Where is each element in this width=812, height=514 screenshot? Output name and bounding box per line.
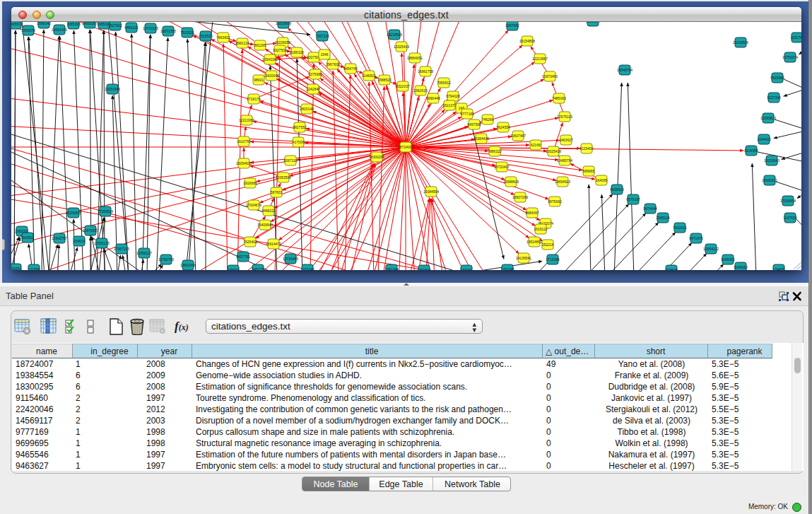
svg-text:1373346: 1373346 xyxy=(300,267,314,270)
svg-text:18864091: 18864091 xyxy=(407,56,423,60)
svg-text:19054935: 19054935 xyxy=(236,161,252,165)
svg-text:1292344: 1292344 xyxy=(417,268,431,270)
svg-text:19654923: 19654923 xyxy=(555,180,570,184)
svg-text:7515526: 7515526 xyxy=(199,34,213,38)
svg-text:20053346: 20053346 xyxy=(105,87,120,91)
svg-text:12505135: 12505135 xyxy=(94,241,110,245)
svg-text:417006: 417006 xyxy=(293,140,305,144)
svg-text:1405578: 1405578 xyxy=(21,28,35,33)
svg-text:7886322: 7886322 xyxy=(488,149,502,153)
svg-text:17004676: 17004676 xyxy=(246,203,261,207)
svg-text:9827552: 9827552 xyxy=(293,125,307,129)
svg-text:15409948: 15409948 xyxy=(257,223,273,227)
svg-text:10653267: 10653267 xyxy=(82,22,98,25)
svg-text:12213967: 12213967 xyxy=(532,57,548,61)
svg-text:8186328: 8186328 xyxy=(290,50,304,54)
svg-text:8454749: 8454749 xyxy=(343,66,358,71)
svg-text:13823448: 13823448 xyxy=(180,263,196,267)
svg-text:9227343: 9227343 xyxy=(767,95,781,100)
svg-text:1382344: 1382344 xyxy=(384,267,399,270)
svg-text:10688609: 10688609 xyxy=(503,180,519,184)
svg-text:7515526: 7515526 xyxy=(180,30,194,35)
svg-text:1167534: 1167534 xyxy=(783,216,796,220)
svg-text:137164: 137164 xyxy=(461,268,473,270)
svg-text:98901: 98901 xyxy=(254,78,264,82)
svg-text:1610755: 1610755 xyxy=(237,139,251,144)
svg-text:7632621: 7632621 xyxy=(673,226,687,230)
svg-text:891295: 891295 xyxy=(254,43,266,47)
svg-text:19218506: 19218506 xyxy=(387,33,402,37)
svg-text:15720407: 15720407 xyxy=(494,165,510,169)
svg-text:15226058: 15226058 xyxy=(275,40,290,45)
svg-text:9684067: 9684067 xyxy=(525,211,539,215)
svg-text:19524851: 19524851 xyxy=(526,240,542,244)
svg-text:8471676: 8471676 xyxy=(689,236,703,240)
svg-text:9146821: 9146821 xyxy=(362,74,376,78)
svg-text:2242848: 2242848 xyxy=(306,87,320,91)
svg-text:8215958: 8215958 xyxy=(744,148,758,153)
svg-text:1916685: 1916685 xyxy=(243,181,257,185)
svg-text:13716485: 13716485 xyxy=(283,257,298,261)
svg-text:20691406: 20691406 xyxy=(52,28,67,32)
svg-text:1562615: 1562615 xyxy=(413,88,428,93)
svg-text:1713346: 1713346 xyxy=(546,257,560,262)
svg-text:2718176: 2718176 xyxy=(247,97,261,101)
svg-text:12093823: 12093823 xyxy=(760,116,776,120)
svg-text:19218506: 19218506 xyxy=(733,40,748,45)
svg-text:18300295: 18300295 xyxy=(369,155,384,159)
svg-text:13353594: 13353594 xyxy=(276,175,291,180)
svg-text:13325419: 13325419 xyxy=(394,45,409,49)
svg-text:9245653: 9245653 xyxy=(734,265,748,269)
svg-text:13495794: 13495794 xyxy=(557,158,572,163)
svg-text:927515: 927515 xyxy=(666,268,678,270)
svg-text:2967608: 2967608 xyxy=(326,62,340,66)
svg-text:2069140: 2069140 xyxy=(37,22,51,25)
svg-text:10654112: 10654112 xyxy=(703,247,719,251)
svg-text:7485063: 7485063 xyxy=(552,96,566,100)
svg-text:12342757: 12342757 xyxy=(52,236,67,240)
svg-text:10719155: 10719155 xyxy=(143,26,158,30)
svg-text:16154808: 16154808 xyxy=(519,39,535,43)
svg-text:6497568: 6497568 xyxy=(467,122,481,127)
svg-text:6990448: 6990448 xyxy=(426,96,440,100)
svg-text:10958127: 10958127 xyxy=(136,251,152,255)
svg-text:7625402: 7625402 xyxy=(243,240,257,244)
svg-text:15751074: 15751074 xyxy=(782,55,798,59)
svg-text:16961758: 16961758 xyxy=(418,69,433,74)
svg-text:164095: 164095 xyxy=(596,178,608,182)
svg-text:9777169: 9777169 xyxy=(460,112,474,116)
svg-text:7663822: 7663822 xyxy=(216,35,230,40)
svg-text:175922: 175922 xyxy=(228,268,240,270)
svg-text:1151741: 1151741 xyxy=(790,35,801,40)
svg-text:20364436: 20364436 xyxy=(473,136,489,141)
svg-text:18724007: 18724007 xyxy=(398,145,413,149)
svg-text:12213369: 12213369 xyxy=(239,118,254,122)
svg-text:8938923: 8938923 xyxy=(610,187,624,192)
svg-text:17016504: 17016504 xyxy=(780,199,796,203)
svg-text:746266: 746266 xyxy=(482,117,494,122)
svg-text:16671355: 16671355 xyxy=(160,29,176,33)
svg-text:23420046: 23420046 xyxy=(264,74,279,78)
svg-text:17359924: 17359924 xyxy=(98,209,113,214)
svg-text:252214: 252214 xyxy=(542,243,554,247)
svg-text:8267110: 8267110 xyxy=(283,158,297,163)
svg-text:1065326: 1065326 xyxy=(66,22,81,26)
svg-text:6466102: 6466102 xyxy=(124,25,139,30)
svg-text:1527602: 1527602 xyxy=(108,23,122,28)
svg-text:15692911: 15692911 xyxy=(762,178,777,182)
svg-text:16782759: 16782759 xyxy=(158,257,174,262)
svg-text:2405572: 2405572 xyxy=(11,22,23,26)
svg-text:6579197: 6579197 xyxy=(626,197,640,201)
svg-text:3624554: 3624554 xyxy=(496,125,510,129)
svg-text:19384554: 19384554 xyxy=(423,189,439,194)
svg-text:9115400: 9115400 xyxy=(579,146,593,151)
svg-text:7955812: 7955812 xyxy=(437,81,451,85)
svg-text:9529966: 9529966 xyxy=(770,76,784,80)
svg-text:62166: 62166 xyxy=(531,143,541,147)
svg-text:1244415: 1244415 xyxy=(757,137,771,141)
svg-text:2935114: 2935114 xyxy=(656,216,669,220)
svg-text:16914479: 16914479 xyxy=(266,242,281,246)
svg-text:2087682: 2087682 xyxy=(505,23,519,28)
svg-text:1588520: 1588520 xyxy=(377,78,392,82)
svg-text:16033809: 16033809 xyxy=(276,22,291,25)
